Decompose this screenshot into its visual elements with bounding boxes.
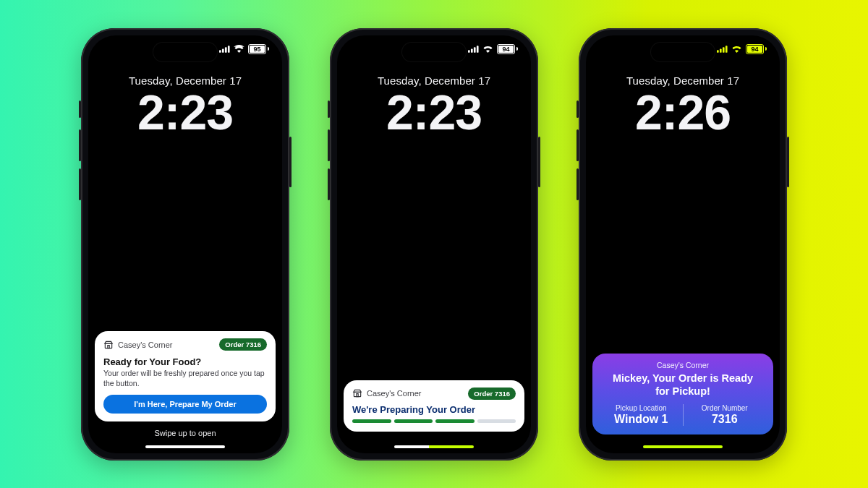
swipe-up-hint[interactable]: Swipe up to open: [88, 429, 282, 437]
lock-screen: 95 Tuesday, December 17 2:23 Casey's Cor…: [88, 35, 282, 453]
activity-title: Ready for Your Food?: [103, 356, 267, 367]
home-indicator[interactable]: [643, 445, 723, 448]
cellular-icon: [717, 46, 728, 53]
brand-row: Casey's Corner: [103, 340, 172, 350]
progress-segment: [435, 419, 475, 423]
dynamic-island: [651, 43, 715, 61]
activity-title: Mickey, Your Order is Ready for Pickup!: [600, 372, 766, 398]
lock-datetime: Tuesday, December 17 2:23: [88, 74, 282, 137]
cellular-icon: [219, 46, 230, 53]
svg-rect-2: [225, 47, 227, 53]
order-number-value: 7316: [684, 413, 767, 426]
live-activity-card-preparing[interactable]: Casey's Corner Order 7316 We're Preparin…: [344, 380, 524, 432]
activity-description: Your order will be freshly prepared once…: [103, 369, 267, 388]
svg-rect-1: [222, 48, 224, 52]
pickup-info-grid: Pickup Location Window 1 Order Number 73…: [600, 404, 766, 426]
cellular-icon: [468, 46, 479, 53]
progress-segment: [352, 419, 391, 423]
live-activity-card-ready[interactable]: Casey's Corner Order 7316 Ready for Your…: [95, 331, 276, 421]
lock-datetime: Tuesday, December 17 2:23: [337, 74, 531, 137]
lock-time: 2:23: [88, 87, 282, 137]
battery-percent: 95: [253, 46, 260, 53]
progress-segment: [394, 419, 433, 423]
home-indicator[interactable]: [394, 445, 474, 448]
svg-rect-14: [723, 47, 725, 53]
prepare-order-button[interactable]: I'm Here, Prepare My Order: [103, 395, 267, 414]
pickup-location-column: Pickup Location Window 1: [600, 404, 683, 426]
store-icon: [103, 340, 114, 350]
progress-segment: [477, 419, 516, 423]
activity-title: We're Preparing Your Order: [352, 404, 516, 415]
lock-screen: 94 Tuesday, December 17 2:26 Casey's Cor…: [586, 35, 780, 453]
brand-name: Casey's Corner: [118, 341, 172, 349]
lock-time: 2:26: [586, 87, 780, 137]
wifi-icon: [731, 45, 742, 53]
svg-rect-0: [219, 50, 221, 53]
pickup-location-label: Pickup Location: [600, 404, 683, 412]
order-number-badge: Order 7316: [468, 388, 516, 400]
phone-mockup-2: 94 Tuesday, December 17 2:23 Casey's Cor…: [330, 28, 538, 461]
status-bar: 94: [468, 44, 518, 54]
dynamic-island: [402, 43, 466, 61]
svg-rect-11: [357, 394, 358, 397]
battery-indicator: 94: [746, 44, 767, 54]
wifi-icon: [482, 45, 493, 53]
brand-name: Casey's Corner: [367, 389, 421, 398]
phone-mockup-1: 95 Tuesday, December 17 2:23 Casey's Cor…: [81, 28, 289, 461]
battery-indicator: 94: [497, 44, 518, 54]
status-bar: 95: [219, 44, 269, 54]
lock-datetime: Tuesday, December 17 2:26: [586, 74, 780, 137]
svg-rect-10: [354, 392, 360, 396]
battery-indicator: 95: [248, 44, 269, 54]
order-number-badge: Order 7316: [219, 338, 267, 351]
phone-mockup-3: 94 Tuesday, December 17 2:26 Casey's Cor…: [579, 28, 787, 461]
svg-rect-12: [717, 50, 719, 53]
home-indicator[interactable]: [145, 445, 225, 448]
store-icon: [352, 388, 362, 398]
svg-rect-5: [108, 345, 109, 348]
svg-rect-4: [105, 343, 111, 348]
dynamic-island: [153, 43, 217, 61]
svg-rect-9: [477, 46, 479, 53]
svg-rect-13: [720, 48, 722, 52]
order-number-column: Order Number 7316: [683, 404, 767, 426]
lock-screen: 94 Tuesday, December 17 2:23 Casey's Cor…: [337, 35, 531, 453]
svg-rect-6: [468, 50, 470, 53]
battery-percent: 94: [751, 46, 758, 53]
wifi-icon: [234, 45, 244, 53]
svg-rect-15: [726, 46, 728, 53]
lock-time: 2:23: [337, 87, 531, 137]
brand-row: Casey's Corner: [352, 388, 421, 398]
status-bar: 94: [717, 44, 767, 54]
gradient-background: 95 Tuesday, December 17 2:23 Casey's Cor…: [0, 0, 868, 488]
svg-rect-3: [228, 46, 230, 53]
progress-bar: [352, 419, 516, 423]
brand-name: Casey's Corner: [600, 361, 766, 369]
live-activity-card-pickup[interactable]: Casey's Corner Mickey, Your Order is Rea…: [592, 354, 773, 434]
svg-rect-7: [471, 48, 473, 52]
pickup-location-value: Window 1: [600, 413, 683, 426]
svg-rect-8: [474, 47, 476, 53]
battery-percent: 94: [502, 46, 509, 53]
order-number-label: Order Number: [684, 404, 767, 412]
